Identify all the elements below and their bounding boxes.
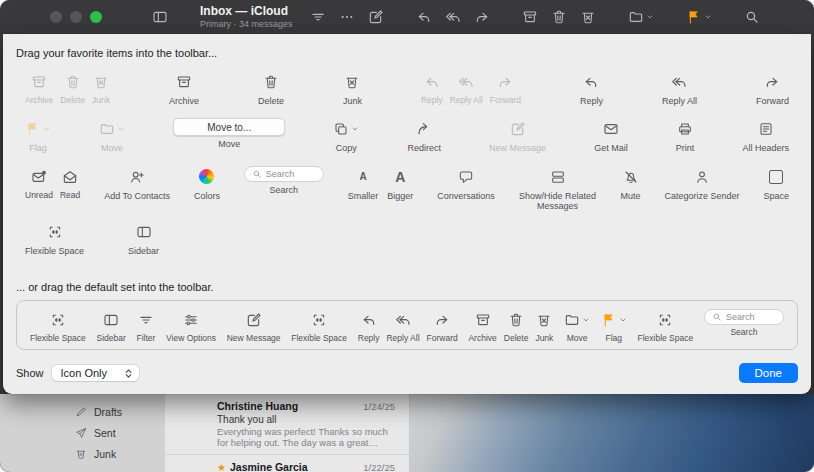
default-group-reply-replyall-forward[interactable]: Reply Reply All Forward <box>358 309 458 344</box>
color-wheel-icon <box>199 169 214 184</box>
move-menu[interactable] <box>628 9 654 25</box>
palette-row-2: Flag Move Move to...Move Copy Redirect N… <box>3 118 811 153</box>
trash-icon[interactable] <box>551 9 567 25</box>
default-item-flexible-space[interactable]: Flexible Space <box>30 309 86 344</box>
default-item-flexible-space[interactable]: Flexible Space <box>637 309 693 344</box>
toolbar-actions <box>310 0 760 34</box>
palette-item-smaller[interactable]: ASmaller <box>348 166 379 201</box>
mail-window: Inbox — iCloud Primary · 34 messages Dr <box>0 0 814 472</box>
message-photo-preview <box>410 394 814 472</box>
message-preview: Everything was perfect! Thanks so much f… <box>217 426 395 449</box>
space-icon <box>769 170 783 184</box>
default-item-move[interactable]: Move <box>564 309 590 344</box>
sidebar-item-label: Sent <box>94 427 116 439</box>
message-list: Christine Huang1/24/25 Thank you all Eve… <box>165 394 410 472</box>
default-item-new-message[interactable]: New Message <box>227 309 281 344</box>
show-label: Show <box>16 367 44 379</box>
zoom-button[interactable] <box>90 11 102 23</box>
move-to-button: Move to... <box>173 118 285 136</box>
palette-item-colors[interactable]: Colors <box>194 166 220 201</box>
palette-row-1: Archive Delete Junk Archive Delete Junk … <box>3 71 811 106</box>
default-item-view-options[interactable]: View Options <box>166 309 216 344</box>
default-item-flag[interactable]: Flag <box>601 309 627 344</box>
default-item-forward[interactable]: Forward <box>427 309 458 344</box>
reply-all-icon[interactable] <box>445 9 461 25</box>
flag-menu[interactable] <box>686 9 712 25</box>
palette-item-archive[interactable]: Archive <box>169 71 199 106</box>
forward-icon[interactable] <box>474 9 490 25</box>
palette-item-all-headers[interactable]: All Headers <box>742 118 789 153</box>
default-toolbar-set[interactable]: Flexible Space Sidebar Filter View Optio… <box>16 300 798 351</box>
message-date: 1/22/25 <box>363 462 395 472</box>
palette-item-reply[interactable]: Reply <box>580 71 603 106</box>
mailbox-sidebar: Drafts Sent Junk <box>0 394 165 472</box>
default-item-junk[interactable]: Junk <box>535 309 553 344</box>
search-icon[interactable] <box>744 9 760 25</box>
message-row: ★Jasmine Garcia1/22/25 <box>165 455 409 472</box>
palette-item-categorize-sender[interactable]: Categorize Sender <box>664 166 739 201</box>
message-row: Christine Huang1/24/25 Thank you all Eve… <box>165 394 409 455</box>
customize-toolbar-sheet: Drag your favorite items into the toolba… <box>3 34 811 394</box>
palette-item-delete[interactable]: Delete <box>258 71 284 106</box>
pencil-icon <box>75 406 87 418</box>
palette-item-search-field[interactable]: SearchSearch <box>244 166 324 195</box>
palette-pair-text-size: ASmaller ABigger <box>348 166 414 201</box>
star-icon: ★ <box>217 462 226 472</box>
palette-item-flag-disabled: Flag <box>25 118 51 153</box>
junk-bin-icon <box>75 448 87 460</box>
default-item-search[interactable]: SearchSearch <box>704 309 784 338</box>
palette-item-related-messages[interactable]: Show/Hide Related Messages <box>519 166 597 212</box>
palette-item-print[interactable]: Print <box>676 118 695 153</box>
sidebar-toggle-icon[interactable] <box>152 9 168 25</box>
minimize-button[interactable] <box>70 11 82 23</box>
mail-content-behind-sheet: Drafts Sent Junk Christine Huang1/24/25 … <box>0 394 814 472</box>
palette-item-read[interactable]: Read <box>60 166 80 201</box>
sidebar-item-junk: Junk <box>75 443 165 464</box>
palette-item-conversations[interactable]: Conversations <box>437 166 495 201</box>
palette-item-redirect[interactable]: Redirect <box>407 118 441 153</box>
default-item-reply[interactable]: Reply <box>358 309 380 344</box>
search-field: Search <box>704 309 784 325</box>
default-item-sidebar[interactable]: Sidebar <box>96 309 125 344</box>
search-field: Search <box>244 166 324 182</box>
palette-item-junk[interactable]: Junk <box>343 71 362 106</box>
palette-item-add-to-contacts[interactable]: Add To Contacts <box>104 166 170 201</box>
default-item-delete[interactable]: Delete <box>504 309 529 344</box>
palette-item-space[interactable]: Space <box>763 166 789 201</box>
sidebar-item-drafts: Drafts <box>75 401 165 422</box>
palette-item-sidebar[interactable]: Sidebar <box>128 221 159 256</box>
window-controls <box>50 11 102 23</box>
default-item-archive[interactable]: Archive <box>468 309 496 344</box>
done-button[interactable]: Done <box>739 363 799 383</box>
palette-item-reply-all[interactable]: Reply All <box>662 71 697 106</box>
palette-item-mute[interactable]: Mute <box>621 166 641 201</box>
palette-item-reply-grouped: Reply <box>421 71 443 106</box>
more-icon[interactable] <box>339 9 355 25</box>
show-mode-select[interactable]: Icon Only <box>52 365 139 381</box>
default-item-flexible-space[interactable]: Flexible Space <box>291 309 347 344</box>
default-group-archive-delete-junk[interactable]: Archive Delete Junk <box>468 309 553 344</box>
palette-item-bigger[interactable]: ABigger <box>387 166 413 201</box>
filter-icon[interactable] <box>310 9 326 25</box>
palette-item-get-mail[interactable]: Get Mail <box>594 118 628 153</box>
sidebar-item-sent: Sent <box>75 422 165 443</box>
palette-item-move-to[interactable]: Move to...Move <box>173 118 285 149</box>
archive-icon[interactable] <box>522 9 538 25</box>
junk-icon[interactable] <box>580 9 596 25</box>
message-sender: Jasmine Garcia <box>230 461 308 472</box>
show-mode-value: Icon Only <box>61 367 107 379</box>
close-button[interactable] <box>50 11 62 23</box>
sidebar-item-label: Junk <box>94 448 116 460</box>
palette-item-unread[interactable]: Unread <box>25 166 53 201</box>
compose-icon[interactable] <box>368 9 384 25</box>
palette-group-unread-read[interactable]: Unread Read <box>25 166 80 201</box>
default-item-reply-all[interactable]: Reply All <box>386 309 419 344</box>
reply-icon[interactable] <box>416 9 432 25</box>
palette-group-reply-replyall-forward-disabled: Reply Reply All Forward <box>421 71 521 106</box>
palette-item-flexible-space[interactable]: Flexible Space <box>25 221 84 256</box>
message-subject: Thank you all <box>217 414 395 425</box>
palette-item-archive-grouped: Archive <box>25 71 53 106</box>
palette-item-forward[interactable]: Forward <box>756 71 789 106</box>
palette-item-copy[interactable]: Copy <box>333 118 359 153</box>
default-item-filter[interactable]: Filter <box>136 309 155 344</box>
